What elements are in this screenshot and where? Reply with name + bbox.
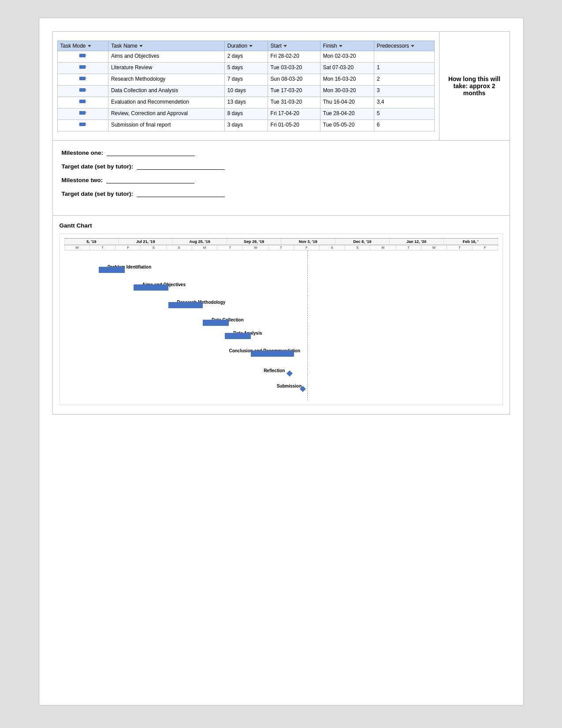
side-note: How long this will take: approx 2 months [439,32,510,140]
svg-marker-9 [86,101,86,101]
task-name-cell: Review, Correction and Approval [108,108,224,120]
finish-sort-icon [339,45,342,47]
gantt-bar [251,351,294,357]
task-duration-cell: 7 days [224,74,268,86]
gantt-month-cell: Jul 21, '19 [119,239,173,245]
task-duration-cell: 10 days [224,86,268,97]
task-name-cell: Literature Review [108,63,224,74]
gantt-milestone-diamond [287,370,293,377]
gantt-month-cell: Jan 12, '20 [390,239,444,245]
task-finish-cell: Tue 05-05-20 [320,120,374,131]
start-sort-icon [283,45,287,47]
gantt-day-cell: F [294,245,320,250]
table-row: Research Methodology7 daysSun 08-03-20Mo… [57,74,434,86]
gantt-month-cell: Dec 8, '19 [335,239,390,245]
task-name-cell: Submission of final report [108,120,224,131]
task-duration-cell: 2 days [224,51,268,63]
table-row: Review, Correction and Approval8 daysFri… [57,108,434,120]
target-two-row: Target date (set by tutor): [62,190,501,197]
gantt-day-cell: M [192,245,218,250]
task-start-cell: Fri 28-02-20 [268,51,320,63]
task-start-cell: Tue 31-03-20 [268,97,320,108]
gantt-title: Gantt Chart [60,222,503,229]
gantt-day-cell: W [243,245,268,250]
gantt-bar [99,267,125,273]
task-duration-cell: 5 days [224,63,268,74]
task-table: Task Mode Task Name Du [57,41,435,131]
page: Task Mode Task Name Du [39,18,524,706]
gantt-day-cell: F [473,245,498,250]
task-mode-icon [79,110,86,116]
task-mode-cell [57,51,108,63]
svg-marker-1 [86,55,86,56]
gantt-task-label: Reflection [264,368,285,373]
svg-rect-10 [79,111,86,115]
gantt-day-cell: M [370,245,396,250]
gantt-task-row: Research Methodology [64,299,498,311]
gantt-day-cell: W [64,245,90,250]
gantt-day-cell: T [268,245,294,250]
svg-rect-2 [79,65,86,69]
task-predecessors-cell: 2 [374,74,434,86]
gantt-task-row: Conclusion and Recommendetion [64,347,498,360]
gantt-day-cell: S [141,245,167,250]
svg-rect-4 [79,77,86,80]
th-task-name: Task Name [108,41,224,51]
task-predecessors-cell: 3,4 [374,97,434,108]
task-start-cell: Tue 03-03-20 [268,63,320,74]
table-area: Task Mode Task Name Du [53,32,439,140]
gantt-chart: 5, '19Jul 21, '19Aug 25, '19Sep 29, '19N… [60,233,503,405]
gantt-day-cell: T [90,245,115,250]
gantt-day-cell: T [217,245,243,250]
task-name-cell: Evaluation and Recommendetion [108,97,224,108]
gantt-task-row: Data Collection [64,317,498,329]
task-start-cell: Fri 17-04-20 [268,108,320,120]
predecessors-sort-icon [411,45,414,47]
task-duration-cell: 8 days [224,108,268,120]
gantt-bar [168,302,203,308]
task-finish-cell: Mon 30-03-20 [320,86,374,97]
task-predecessors-cell: 5 [374,108,434,120]
milestone-one-label: Milestone one: [62,149,105,156]
gantt-day-cell: F [115,245,141,250]
gantt-month-cell: 5, '19 [64,239,119,245]
gantt-task-row: Data Analysis [64,330,498,342]
gantt-day-cell: S [167,245,192,250]
svg-marker-3 [86,66,86,67]
svg-marker-13 [86,123,86,124]
gantt-day-cell: T [447,245,473,250]
th-predecessors: Predecessors [374,41,434,51]
gantt-bar [225,333,251,339]
gantt-task-row: Problem Identifiation [64,264,498,276]
gantt-month-cell: Sep 29, '19 [227,239,281,245]
table-row: Evaluation and Recommendetion13 daysTue … [57,97,434,108]
task-name-cell: Data Collection and Analysis [108,86,224,97]
gantt-section: Gantt Chart 5, '19Jul 21, '19Aug 25, '19… [52,216,510,414]
task-mode-icon [79,87,86,93]
gantt-day-cell: T [396,245,421,250]
gantt-day-cell: S [345,245,371,250]
target-one-line [137,169,225,170]
task-start-cell: Sun 08-03-20 [268,74,320,86]
task-finish-cell: Tue 28-04-20 [320,108,374,120]
gantt-month-cell: Aug 25, '19 [173,239,227,245]
gantt-task-row: Aims and Objectives [64,281,498,294]
th-start: Start [268,41,320,51]
task-mode-cell [57,97,108,108]
milestone-two-label: Milestone two: [62,177,105,183]
task-mode-icon [79,53,86,59]
task-finish-cell: Thu 16-04-20 [320,97,374,108]
task-mode-cell [57,120,108,131]
task-start-cell: Fri 01-05-20 [268,120,320,131]
task-mode-cell [57,63,108,74]
task-mode-cell [57,74,108,86]
task-mode-cell [57,108,108,120]
table-row: Literature Review5 daysTue 03-03-20Sat 0… [57,63,434,74]
target-one-label: Target date (set by tutor): [62,163,135,170]
gantt-days-header: WTFSSMTWTFSSMTWTF [64,245,498,250]
task-name-sort-icon [139,45,143,47]
milestones-section: Milestone one: Target date (set by tutor… [52,141,510,216]
task-duration-cell: 13 days [224,97,268,108]
gantt-task-row: Reflection [64,367,498,380]
gantt-bar [203,320,229,326]
